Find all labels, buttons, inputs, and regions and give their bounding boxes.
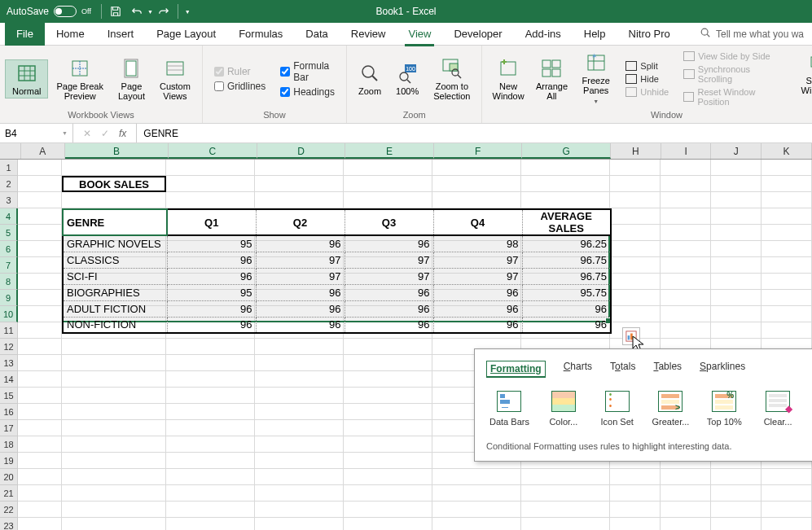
cell[interactable]: 96	[433, 300, 522, 317]
row-header[interactable]: 11	[0, 322, 18, 339]
cell[interactable]: 96	[256, 300, 345, 317]
tab-addins[interactable]: Add-ins	[514, 23, 573, 46]
row-header[interactable]: 17	[0, 420, 18, 436]
table-header[interactable]: Q1	[167, 209, 256, 235]
data-table[interactable]: GENREQ1Q2Q3Q4AVERAGE SALESGRAPHIC NOVELS…	[62, 208, 612, 334]
cell[interactable]: 96.75	[522, 252, 611, 268]
row-header[interactable]: 5	[0, 225, 18, 241]
row-header[interactable]: 21	[0, 485, 18, 502]
cell[interactable]: 96	[167, 252, 256, 268]
formula-bar-checkbox[interactable]: Formula Bar	[280, 60, 335, 83]
cell[interactable]: ADULT FICTION	[63, 300, 167, 317]
cell[interactable]: 96	[345, 317, 433, 333]
row-header[interactable]: 7	[0, 257, 18, 274]
popup-tab-charts[interactable]: Charts	[564, 361, 592, 378]
column-header[interactable]: A	[21, 143, 65, 159]
table-header[interactable]: GENRE	[63, 209, 167, 235]
split-button[interactable]: Split	[624, 60, 670, 72]
row-header[interactable]: 3	[0, 192, 18, 208]
cell[interactable]: 96.75	[522, 268, 611, 284]
formula-input[interactable]	[137, 124, 812, 142]
column-header[interactable]: C	[169, 143, 257, 159]
tab-view[interactable]: View	[397, 23, 442, 46]
popup-tab-sparklines[interactable]: Sparklines	[700, 361, 745, 378]
column-header[interactable]: B	[65, 143, 169, 159]
cell[interactable]: 97	[256, 268, 345, 284]
custom-views-button[interactable]: Custom Views	[153, 55, 197, 103]
table-header[interactable]: Q4	[433, 209, 522, 235]
enter-icon[interactable]: ✓	[101, 128, 109, 139]
popup-tab-formatting[interactable]: Formatting	[486, 361, 546, 378]
column-header[interactable]: G	[522, 143, 611, 159]
cell[interactable]: 97	[433, 268, 522, 284]
cell[interactable]: 98	[433, 235, 522, 252]
cell[interactable]: 96	[167, 300, 256, 317]
tell-me-search[interactable]: Tell me what you wa	[691, 27, 812, 41]
zoom-100-button[interactable]: 100100%	[389, 60, 425, 98]
greater-than-button[interactable]: Greater...	[652, 391, 691, 427]
cell[interactable]: 96.25	[522, 235, 611, 252]
cell[interactable]: 95	[167, 284, 256, 300]
popup-tab-totals[interactable]: Totals	[610, 361, 635, 378]
row-header[interactable]: 2	[0, 176, 18, 192]
cell[interactable]: BIOGRAPHIES	[63, 284, 167, 300]
tab-home[interactable]: Home	[45, 23, 96, 46]
tab-review[interactable]: Review	[340, 23, 397, 46]
column-header[interactable]: H	[611, 143, 661, 159]
tab-formulas[interactable]: Formulas	[227, 23, 294, 46]
select-all-triangle[interactable]	[0, 143, 21, 159]
cell[interactable]: 95	[167, 235, 256, 252]
table-header[interactable]: Q2	[256, 209, 345, 235]
cell[interactable]: 96	[522, 317, 611, 333]
page-layout-button[interactable]: Page Layout	[112, 55, 151, 103]
cell[interactable]: NON-FICTION	[63, 317, 167, 333]
popup-tab-tables[interactable]: Tables	[653, 361, 682, 378]
column-header[interactable]: K	[762, 143, 812, 159]
cell[interactable]: 96	[433, 284, 522, 300]
cell[interactable]: 96	[167, 317, 256, 333]
table-header[interactable]: Q3	[345, 209, 433, 235]
cell[interactable]: GRAPHIC NOVELS	[63, 235, 167, 252]
cell[interactable]: 96	[522, 300, 611, 317]
row-header[interactable]: 6	[0, 241, 18, 257]
normal-view-button[interactable]: Normal	[5, 59, 48, 99]
cell[interactable]: 96	[256, 317, 345, 333]
headings-checkbox[interactable]: Headings	[280, 86, 335, 98]
row-header[interactable]: 8	[0, 274, 18, 290]
zoom-button[interactable]: Zoom	[352, 60, 388, 98]
color-scale-button[interactable]: Color...	[544, 391, 583, 427]
cell[interactable]: 96	[433, 317, 522, 333]
row-header[interactable]: 1	[0, 160, 18, 176]
data-bars-button[interactable]: Data Bars	[489, 391, 529, 427]
cell[interactable]: 96	[345, 284, 433, 300]
top-10-button[interactable]: Top 10%	[704, 391, 744, 427]
row-header[interactable]: 15	[0, 388, 18, 404]
redo-icon[interactable]	[156, 4, 171, 19]
tab-page-layout[interactable]: Page Layout	[145, 23, 227, 46]
column-header[interactable]: D	[257, 143, 346, 159]
row-header[interactable]: 14	[0, 371, 18, 388]
cancel-icon[interactable]: ✕	[83, 128, 91, 139]
page-break-button[interactable]: Page Break Preview	[50, 55, 109, 103]
save-icon[interactable]	[108, 4, 123, 19]
zoom-to-selection-button[interactable]: Zoom to Selection	[427, 55, 476, 103]
row-header[interactable]: 9	[0, 290, 18, 306]
cell[interactable]: 97	[345, 268, 433, 284]
row-header[interactable]: 18	[0, 436, 18, 453]
cell[interactable]: 97	[433, 252, 522, 268]
table-header[interactable]: AVERAGE SALES	[522, 209, 611, 235]
new-window-button[interactable]: New Window	[487, 55, 529, 103]
tab-help[interactable]: Help	[573, 23, 617, 46]
clear-format-button[interactable]: Clear...	[758, 391, 797, 427]
row-header[interactable]: 23	[0, 518, 18, 530]
tab-insert[interactable]: Insert	[96, 23, 146, 46]
row-header[interactable]: 16	[0, 404, 18, 420]
freeze-panes-button[interactable]: ✶Freeze Panes ▼	[574, 50, 617, 108]
column-header[interactable]: E	[345, 143, 434, 159]
row-header[interactable]: 12	[0, 339, 18, 355]
icon-set-button[interactable]: Icon Set	[598, 391, 637, 427]
title-cell[interactable]: BOOK SALES	[62, 176, 166, 192]
tab-data[interactable]: Data	[294, 23, 339, 46]
cell[interactable]: 97	[256, 252, 345, 268]
row-header[interactable]: 10	[0, 306, 18, 322]
